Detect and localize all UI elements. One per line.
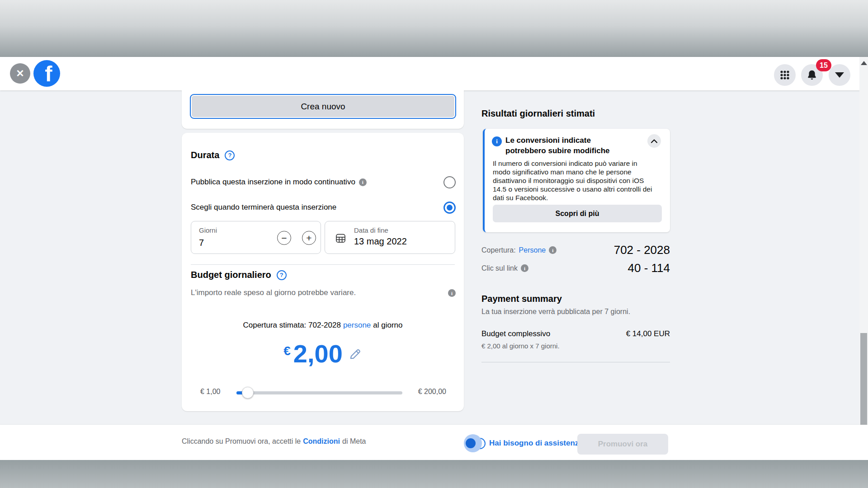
reach-label: Copertura:	[481, 246, 516, 254]
end-date-label: Data di fine	[354, 226, 388, 234]
section-divider	[191, 264, 455, 265]
reach-people-link[interactable]: Persone	[519, 246, 546, 254]
terms-conditions-link[interactable]: Condizioni	[303, 437, 340, 445]
continuous-option-row: Pubblica questa inserzione in modo conti…	[191, 178, 367, 187]
clicks-label: Clic sul link	[481, 264, 518, 272]
top-bar: ✕ f 15	[0, 57, 868, 90]
scroll-up-arrow-icon[interactable]	[861, 61, 867, 65]
top-ambient-band	[0, 0, 868, 57]
calendar-icon	[335, 232, 347, 244]
duration-title-text: Durata	[191, 150, 219, 160]
help-notification-dot	[464, 434, 482, 452]
clicks-info-icon[interactable]: i	[521, 264, 528, 272]
create-new-label: Crea nuovo	[301, 102, 345, 112]
estimated-reach-line: Copertura stimata: 702-2028personeal gio…	[182, 321, 464, 330]
end-date-option-row: Scegli quando terminerà questa inserzion…	[191, 203, 336, 212]
duration-budget-card: Durata ? Pubblica questa inserzione in m…	[182, 133, 464, 411]
terms-prefix: Cliccando su Promuovi ora, accetti le	[182, 437, 301, 445]
create-new-button[interactable]: Crea nuovo	[190, 94, 456, 119]
days-decrement-button[interactable]: −	[277, 231, 291, 245]
notice-info-icon: i	[492, 136, 502, 146]
notice-body: Il numero di conversioni indicato può va…	[493, 160, 656, 202]
promote-now-button[interactable]: Promuovi ora	[577, 434, 668, 455]
link-clicks-stat-row: Clic sul link i 40 - 114	[481, 261, 670, 275]
end-date-option-label: Scegli quando terminerà questa inserzion…	[191, 203, 336, 212]
payment-divider	[481, 362, 670, 362]
chevron-up-icon	[651, 139, 657, 143]
payment-summary-subtitle: La tua inserzione verrà pubblicata per 7…	[481, 308, 630, 316]
results-panel-title: Risultati giornalieri stimati	[481, 108, 595, 119]
terms-suffix: di Meta	[342, 437, 366, 445]
bell-icon	[806, 69, 818, 81]
reach-stat-row: Copertura: Persone i 702 - 2028	[481, 243, 670, 257]
budget-subtitle: L'importo reale speso al giorno potrebbe…	[191, 288, 356, 297]
budget-section-title: Budget giornaliero ?	[191, 270, 287, 280]
reach-info-icon[interactable]: i	[549, 246, 557, 254]
end-date-radio[interactable]	[443, 202, 456, 214]
learn-more-button[interactable]: Scopri di più	[493, 205, 662, 222]
reach-label-group: Copertura: Persone i	[481, 246, 557, 254]
end-date-field[interactable]: Data di fine 13 mag 2022	[325, 221, 455, 254]
chevron-down-icon	[835, 72, 844, 78]
days-value[interactable]: 7	[199, 238, 204, 248]
continuous-radio[interactable]	[443, 176, 456, 188]
footer-bar: Cliccando su Promuovi ora, accetti leCon…	[0, 425, 868, 460]
reach-value: 702 - 2028	[614, 243, 670, 257]
budget-slider-track[interactable]	[236, 391, 402, 394]
budget-slider-thumb[interactable]	[242, 387, 254, 399]
facebook-f-icon: f	[45, 61, 52, 86]
clicks-label-group: Clic sul link i	[481, 264, 528, 272]
end-date-value[interactable]: 13 mag 2022	[354, 236, 407, 247]
total-budget-detail: € 2,00 al giorno x 7 giorni.	[481, 342, 560, 350]
plus-icon: +	[306, 233, 311, 244]
notification-badge: 15	[816, 59, 831, 71]
daily-budget-amount: € 2,00	[182, 341, 464, 367]
slider-min-label: € 1,00	[200, 388, 220, 396]
days-label: Giorni	[199, 226, 217, 234]
payment-summary-title: Payment summary	[481, 294, 562, 304]
vertical-scrollbar[interactable]	[859, 57, 868, 460]
help-label: Hai bisogno di assistenza?	[489, 439, 588, 448]
apps-grid-icon	[779, 70, 790, 80]
facebook-logo[interactable]: f	[33, 60, 60, 87]
bottom-ambient-band	[0, 460, 868, 488]
estimate-prefix: Copertura stimata: 702-2028	[243, 321, 340, 329]
conversions-notice-card: i Le conversioni indicate potrebbero sub…	[483, 129, 670, 232]
notice-title: Le conversioni indicate potrebbero subir…	[505, 136, 621, 156]
close-icon: ✕	[16, 68, 24, 80]
creative-card: Crea nuovo	[182, 90, 464, 129]
budget-amount-value[interactable]: 2,00	[293, 341, 343, 367]
total-budget-value: € 14,00 EUR	[626, 329, 670, 338]
total-budget-label: Budget complessivo	[481, 329, 550, 338]
duration-help-icon[interactable]: ?	[225, 150, 235, 160]
help-button[interactable]: ? Hai bisogno di assistenza?	[464, 434, 588, 452]
learn-more-label: Scopri di più	[556, 210, 599, 218]
budget-help-icon[interactable]: ?	[277, 270, 287, 280]
slider-max-label: € 200,00	[418, 388, 446, 396]
continuous-option-label: Pubblica questa inserzione in modo conti…	[191, 178, 355, 187]
duration-section-title: Durata ?	[191, 150, 235, 160]
days-field[interactable]: Giorni 7 − +	[191, 221, 321, 254]
currency-symbol: €	[283, 344, 291, 358]
budget-info-icon[interactable]: i	[448, 289, 456, 297]
apps-menu-button[interactable]	[774, 64, 796, 86]
boost-post-page: ✕ f 15	[0, 0, 868, 488]
estimate-people-link[interactable]: persone	[343, 321, 371, 329]
account-menu-button[interactable]	[829, 64, 850, 86]
budget-title-text: Budget giornaliero	[191, 270, 271, 280]
close-button[interactable]: ✕	[10, 63, 30, 84]
estimate-suffix: al giorno	[373, 321, 402, 329]
minus-icon: −	[281, 233, 287, 244]
clicks-value: 40 - 114	[628, 261, 670, 275]
days-increment-button[interactable]: +	[302, 231, 316, 245]
promote-now-label: Promuovi ora	[598, 440, 648, 449]
continuous-info-icon[interactable]: i	[359, 178, 367, 186]
notice-collapse-button[interactable]	[647, 134, 661, 148]
edit-pencil-icon[interactable]	[348, 347, 362, 361]
total-budget-row: Budget complessivo € 14,00 EUR	[481, 329, 670, 338]
terms-line: Cliccando su Promuovi ora, accetti leCon…	[182, 437, 366, 446]
